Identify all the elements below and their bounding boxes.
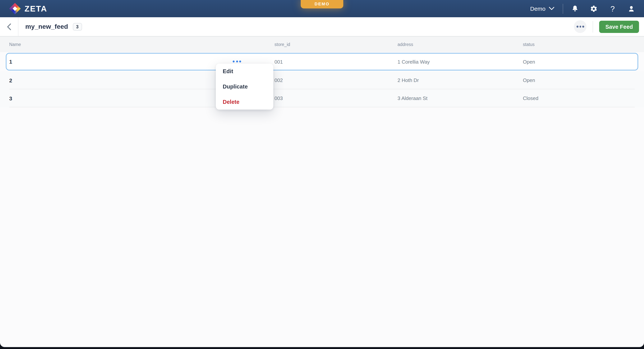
zeta-gem-icon	[9, 3, 21, 14]
app-window: ZETA DEMO Demo ?	[0, 0, 644, 347]
context-menu-item[interactable]: Delete	[216, 94, 273, 110]
cell-address: 3 Alderaan St	[398, 95, 523, 101]
help-icon[interactable]: ?	[608, 4, 617, 13]
brand-logo[interactable]: ZETA	[9, 3, 47, 14]
column-header-address[interactable]: address	[398, 42, 523, 47]
feed-options-button[interactable]	[574, 20, 587, 33]
nav-right-cluster: Demo ?	[530, 4, 636, 13]
table-body: 1 001 1 Corellia Way Open 2 002 2 Hoth D…	[0, 53, 644, 107]
cell-status: Closed	[523, 95, 644, 101]
back-button[interactable]	[0, 17, 18, 36]
table-row[interactable]: 2 002 2 Hoth Dr Open	[0, 71, 644, 89]
account-dropdown[interactable]: Demo	[530, 5, 554, 12]
brand-wordmark: ZETA	[24, 4, 47, 13]
page-title: my_new_feed	[25, 23, 68, 30]
chevron-down-icon	[549, 7, 554, 10]
chevron-left-icon	[7, 23, 11, 30]
toolbar-divider	[18, 17, 18, 36]
cell-status: Open	[523, 77, 644, 83]
nav-divider	[563, 4, 563, 13]
top-nav-bar: ZETA DEMO Demo ?	[0, 0, 644, 17]
toolbar-divider-right	[593, 21, 593, 32]
table-row[interactable]: 1 001 1 Corellia Way Open	[6, 53, 638, 70]
column-header-status[interactable]: status	[523, 42, 644, 47]
nav-icons: ?	[571, 4, 636, 13]
cell-address: 1 Corellia Way	[398, 59, 523, 64]
gear-icon[interactable]	[590, 4, 598, 13]
cell-store-id: 002	[274, 77, 398, 83]
row-count-badge: 3	[73, 23, 82, 30]
table-header-row: Name store_id address status	[0, 36, 644, 52]
table-row[interactable]: 3 003 3 Alderaan St Closed	[0, 89, 644, 107]
cell-status: Open	[523, 59, 638, 64]
column-header-store-id[interactable]: store_id	[274, 42, 398, 47]
save-feed-button[interactable]: Save Feed	[599, 20, 639, 33]
bell-icon[interactable]	[571, 4, 579, 13]
cell-address: 2 Hoth Dr	[398, 77, 523, 83]
context-menu-item[interactable]: Duplicate	[216, 79, 273, 94]
column-header-name[interactable]: Name	[9, 42, 274, 47]
user-icon[interactable]	[627, 4, 636, 13]
cell-store-id: 003	[274, 95, 398, 101]
cell-store-id: 001	[274, 59, 398, 64]
demo-environment-badge: DEMO	[301, 0, 343, 8]
context-menu-item[interactable]: Edit	[216, 64, 273, 79]
feed-toolbar: my_new_feed 3 Save Feed	[0, 17, 644, 36]
app-root: ZETA DEMO Demo ?	[0, 0, 644, 349]
row-context-menu: Edit Duplicate Delete	[216, 64, 273, 110]
account-dropdown-label: Demo	[530, 5, 546, 12]
